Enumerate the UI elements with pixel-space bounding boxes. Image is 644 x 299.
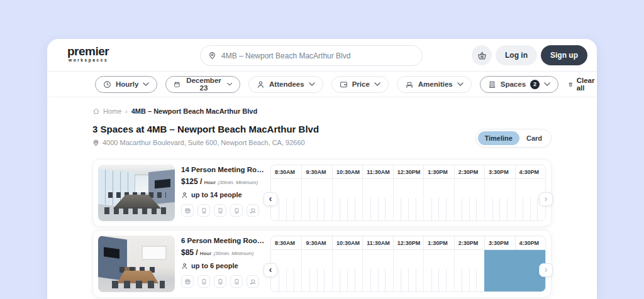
breadcrumb-separator: › — [125, 108, 127, 115]
listings: 14 Person Meeting Ro… $125 / Hour (30min… — [92, 159, 552, 298]
timeline-body — [271, 179, 545, 220]
app-window: premier workspaces Log in Sign up Hourly… — [47, 39, 597, 299]
photo-detail — [112, 281, 165, 288]
desk-icon — [405, 80, 414, 89]
time-label: 4:30PM — [515, 236, 545, 250]
toggle-timeline[interactable]: Timeline — [478, 131, 519, 145]
location-search[interactable] — [200, 45, 423, 66]
time-slot[interactable] — [423, 250, 453, 291]
breadcrumb-current: 4MB – Newport Beach MacArthur Blvd — [131, 107, 257, 115]
time-slot[interactable] — [332, 179, 362, 220]
breadcrumb-home-label: Home — [103, 107, 121, 115]
time-label: 4:30PM — [515, 165, 545, 179]
listing-info: 14 Person Meeting Ro… $125 / Hour (30min… — [181, 165, 267, 221]
time-label: 9:30AM — [301, 165, 331, 179]
timeline-next-button[interactable]: › — [539, 263, 553, 277]
clear-all-button[interactable]: Clear all — [568, 77, 597, 92]
listing-card-14-person: 14 Person Meeting Ro… $125 / Hour (30min… — [92, 159, 552, 227]
time-slot[interactable] — [393, 250, 423, 291]
calendar-icon — [174, 80, 180, 89]
time-slot[interactable] — [484, 179, 514, 220]
filter-price[interactable]: Price — [331, 76, 389, 93]
time-label: 12:30PM — [393, 236, 423, 250]
chevron-down-icon — [227, 82, 232, 86]
filter-amenities[interactable]: Amenities — [397, 76, 472, 93]
amenity-device-icon — [214, 275, 226, 288]
price: $125 / — [181, 177, 202, 186]
filter-attendees[interactable]: Attendees — [248, 76, 323, 93]
listing-info: 6 Person Meeting Roo… $85 / Hour (30min.… — [181, 236, 267, 292]
building-icon — [488, 80, 496, 89]
clock-icon — [103, 80, 111, 89]
chevron-right-icon: › — [545, 194, 548, 203]
person-icon — [181, 192, 188, 198]
photo-detail — [104, 207, 170, 214]
timeline-prev-button[interactable]: ‹ — [264, 192, 277, 206]
person-icon — [257, 80, 265, 89]
amenities-row — [181, 275, 267, 288]
results-title-block: 3 Spaces at 4MB – Newport Beach MacArthu… — [92, 124, 319, 146]
time-label: 10:30AM — [332, 236, 362, 250]
timeline-header: 8:30AM 9:30AM 10:30AM 11:30AM 12:30PM 1:… — [271, 236, 545, 250]
selected-time-range[interactable] — [484, 250, 545, 291]
chevron-down-icon — [143, 82, 149, 86]
filter-label: Price — [352, 80, 370, 88]
timeline-header: 8:30AM 9:30AM 10:30AM 11:30AM 12:30PM 1:… — [271, 165, 545, 179]
filter-date[interactable]: December 23 — [165, 76, 240, 93]
listing-card-6-person: 6 Person Meeting Roo… $85 / Hour (30min.… — [92, 230, 552, 298]
person-icon — [181, 263, 188, 269]
address-line: 4000 Macarthur Boulevard, Suite 600, New… — [92, 139, 319, 146]
room-photo — [98, 165, 175, 221]
time-slot[interactable] — [393, 179, 423, 220]
location-pin-icon — [208, 52, 216, 60]
spaces-count-badge: 2 — [530, 80, 540, 89]
amenity-calendar-icon — [181, 275, 194, 288]
filter-label: Amenities — [418, 80, 453, 88]
filter-hourly[interactable]: Hourly — [95, 76, 157, 93]
time-label: 11:30AM — [362, 236, 392, 250]
logo-tagline: workspaces — [67, 58, 109, 62]
time-slot[interactable] — [362, 250, 392, 291]
time-slot[interactable] — [454, 179, 484, 220]
photo-detail — [142, 246, 167, 260]
timeline-body — [271, 250, 545, 291]
time-label: 2:30PM — [454, 236, 484, 250]
capacity-text: up to 6 people — [191, 262, 238, 269]
time-label: 3:30PM — [484, 236, 514, 250]
filter-spaces[interactable]: Spaces 2 — [480, 76, 558, 93]
login-button[interactable]: Log in — [496, 45, 537, 65]
timeline-prev-button[interactable]: ‹ — [264, 263, 277, 277]
capacity-row: up to 6 people — [181, 262, 267, 269]
room-photo — [98, 236, 175, 292]
brand-logo[interactable]: premier workspaces — [67, 45, 109, 62]
top-bar: premier workspaces Log in Sign up — [47, 39, 597, 72]
time-slot[interactable] — [454, 250, 484, 291]
amenity-device-icon — [230, 204, 243, 217]
time-slot[interactable] — [301, 179, 331, 220]
timeline-next-button[interactable]: › — [539, 192, 553, 206]
time-slot[interactable] — [423, 179, 453, 220]
toggle-card[interactable]: Card — [519, 131, 549, 145]
chevron-down-icon — [457, 82, 464, 86]
cart-button[interactable] — [472, 45, 492, 65]
time-slot[interactable] — [301, 250, 331, 291]
time-label: 2:30PM — [454, 165, 484, 179]
breadcrumb-home[interactable]: Home — [92, 107, 121, 115]
search-input[interactable] — [221, 52, 414, 60]
time-slot[interactable] — [362, 179, 392, 220]
view-toggle: Timeline Card — [475, 129, 552, 148]
time-label: 10:30AM — [332, 165, 362, 179]
timeline: 8:30AM 9:30AM 10:30AM 11:30AM 12:30PM 1:… — [270, 236, 546, 292]
filter-bar: Hourly December 23 Attendees Price Ameni… — [47, 72, 597, 97]
filter-label: Attendees — [269, 80, 304, 88]
chevron-down-icon — [544, 82, 550, 86]
amenity-monitor-icon — [247, 204, 259, 217]
address-text: 4000 Macarthur Boulevard, Suite 600, New… — [103, 139, 305, 146]
home-icon — [92, 107, 100, 115]
basket-icon — [477, 51, 487, 60]
results-area: Home › 4MB – Newport Beach MacArthur Blv… — [47, 97, 597, 298]
signup-button[interactable]: Sign up — [541, 45, 587, 65]
time-slot[interactable] — [332, 250, 362, 291]
amenities-row — [181, 204, 267, 217]
timeline-grid: 8:30AM 9:30AM 10:30AM 11:30AM 12:30PM 1:… — [270, 165, 546, 221]
